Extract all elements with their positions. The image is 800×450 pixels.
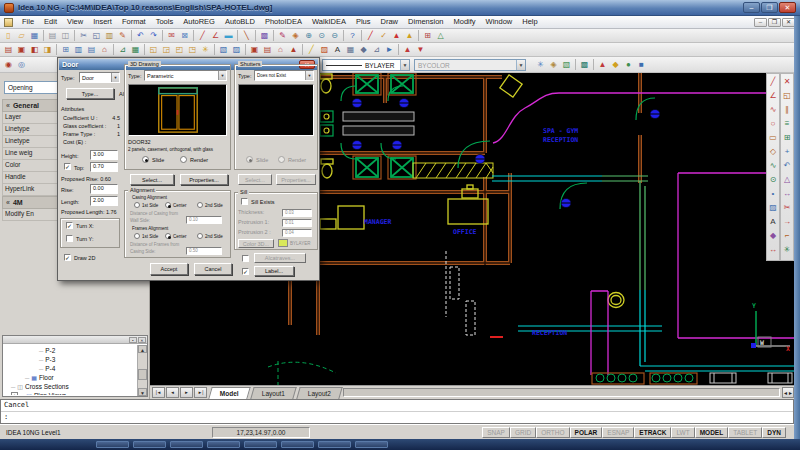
shutters-type-combo[interactable]: Does not Exist▼	[254, 70, 314, 81]
taskbar-button[interactable]	[170, 441, 203, 448]
menu-view[interactable]: View	[62, 16, 88, 28]
sun-study-button[interactable]: ✳	[199, 44, 212, 56]
idea-tool-1-button[interactable]: ▲	[596, 59, 609, 71]
sill-row-field[interactable]: 0.03	[282, 209, 312, 217]
tabs-scroll-end[interactable]: ◄►	[782, 387, 794, 398]
toggle-snap[interactable]: SNAP	[482, 427, 510, 438]
tab-layout1[interactable]: Layout1	[250, 387, 297, 399]
menu-draw[interactable]: Draw	[376, 16, 404, 28]
slab-tool-button[interactable]: ⊞	[59, 44, 72, 56]
menu-format[interactable]: Format	[117, 16, 151, 28]
door-type-combo[interactable]: Door▼	[79, 72, 120, 83]
chevron-down-icon[interactable]: ▼	[305, 71, 313, 80]
toggle-lwt[interactable]: LWT	[671, 427, 694, 438]
menu-walkidea[interactable]: WalkIDEA	[307, 16, 351, 28]
window-tool-button[interactable]: ◨	[41, 44, 54, 56]
tab-nav-0[interactable]: |◄	[152, 387, 165, 398]
chevron-down-icon[interactable]: ▼	[218, 71, 226, 80]
3d-type-combo[interactable]: Parametric▼	[144, 70, 227, 81]
paste-button[interactable]: ▥	[103, 30, 116, 42]
mdi-minimize-button[interactable]: –	[754, 18, 767, 27]
menu-plus[interactable]: Plus	[351, 16, 376, 28]
draw-text-button[interactable]: A	[767, 215, 779, 229]
chevron-down-icon[interactable]: ▼	[111, 73, 119, 82]
menu-edit[interactable]: Edit	[39, 16, 62, 28]
zoom-realtime-button[interactable]: ⊕	[302, 30, 315, 42]
toggle-ortho[interactable]: ORTHO	[536, 427, 569, 438]
scroll-up-icon[interactable]: ▲	[138, 345, 147, 353]
print-preview-button[interactable]: ◫	[59, 30, 72, 42]
tabs-scroll-track[interactable]	[343, 388, 780, 397]
tab-model[interactable]: Model	[208, 387, 250, 399]
turn-x-checkbox[interactable]: ✓	[66, 222, 73, 229]
expand-icon[interactable]: +	[11, 392, 18, 395]
draw-polygon-button[interactable]: ◇	[767, 145, 779, 159]
dash-style-button[interactable]: ▬	[222, 30, 235, 42]
extend-tool-button[interactable]: →	[781, 215, 793, 229]
column-tool-button[interactable]: ▥	[72, 44, 85, 56]
trim-tool-button[interactable]: ✂	[781, 201, 793, 215]
chevron-down-icon[interactable]: ▼	[516, 60, 525, 70]
menu-window[interactable]: Window	[481, 16, 518, 28]
menu-autobld[interactable]: AutoBLD	[220, 16, 260, 28]
type-button[interactable]: Type...	[66, 88, 114, 99]
sill-exists-checkbox[interactable]	[241, 198, 248, 205]
tree-item-floor[interactable]: ─▦Floor	[5, 373, 136, 382]
image-ref-button[interactable]: ▩	[578, 59, 591, 71]
taskbar-button[interactable]	[355, 441, 388, 448]
tree-item-p-4[interactable]: ─P-4	[5, 364, 136, 373]
offset-tool-button[interactable]: ≡	[781, 117, 793, 131]
view-3d-button[interactable]: ◱	[147, 44, 160, 56]
draw-spline-button[interactable]: ∿	[767, 159, 779, 173]
save-file-button[interactable]: ▦	[28, 30, 41, 42]
label-button[interactable]: Label...	[254, 266, 294, 276]
alert-yellow-button[interactable]: ▲	[403, 30, 416, 42]
frames-radio-2nd-side[interactable]	[197, 233, 203, 239]
height-field[interactable]: 3.00	[90, 150, 118, 160]
linetype-combo[interactable]: BYLAYER ▼	[322, 59, 410, 71]
command-line-panel[interactable]: Cancel :	[0, 399, 794, 424]
redline-button[interactable]: ╱	[364, 30, 377, 42]
line-tool-button[interactable]: ╱	[196, 30, 209, 42]
image-insert-button[interactable]: ▩	[258, 30, 271, 42]
layer-walk-button[interactable]: ◎	[15, 59, 28, 71]
tab-nav-3[interactable]: ►|	[194, 387, 207, 398]
zoom-window-button[interactable]: ⊙	[315, 30, 328, 42]
menu-dimension[interactable]: Dimension	[403, 16, 448, 28]
text-tool-button[interactable]: A	[331, 44, 344, 56]
redo-button[interactable]: ↷	[147, 30, 160, 42]
draw-point-button[interactable]: •	[767, 187, 779, 201]
scroll-down-icon[interactable]: ▼	[138, 388, 147, 396]
layer-lock-button[interactable]: ◈	[547, 59, 560, 71]
rotate-tool-button[interactable]: ↶	[781, 159, 793, 173]
markup-check-button[interactable]: ✓	[377, 30, 390, 42]
tab-nav-1[interactable]: ◄	[166, 387, 179, 398]
help-button[interactable]: ?	[346, 30, 359, 42]
menu-file[interactable]: File	[17, 16, 39, 28]
top-checkbox[interactable]: ✓	[64, 163, 71, 170]
properties-button[interactable]: Properties...	[180, 174, 228, 185]
tree-item-cross-sections[interactable]: ─◫Cross Sections	[5, 382, 136, 391]
toggle-dyn[interactable]: DYN	[762, 427, 786, 438]
draw-hatch-button[interactable]: ▨	[767, 201, 779, 215]
layer-tool-button[interactable]: ▣	[248, 44, 261, 56]
hide-tool-button[interactable]: ◲	[160, 44, 173, 56]
array-tool-button[interactable]: ⊞	[781, 131, 793, 145]
toggle-polar[interactable]: POLAR	[570, 427, 603, 438]
draw-arc-button[interactable]: ∿	[767, 103, 779, 117]
maximize-button[interactable]: ❐	[761, 2, 778, 13]
color-combo[interactable]: BYCOLOR ▼	[414, 59, 526, 71]
opening-tool-button[interactable]: ▣	[15, 44, 28, 56]
undo-button[interactable]: ↶	[134, 30, 147, 42]
rise-field[interactable]: 0.00	[90, 184, 118, 194]
draw-dimension-button[interactable]: ↔	[767, 243, 779, 257]
print-button[interactable]: ▤	[46, 30, 59, 42]
copy-button[interactable]: ◱	[90, 30, 103, 42]
top-field[interactable]: 0.70	[90, 162, 118, 172]
tree-close-icon[interactable]: ✕	[138, 337, 146, 343]
erase-tool-button[interactable]: ✕	[781, 75, 793, 89]
tree-pin-icon[interactable]: ▪	[129, 337, 137, 343]
level-manager-button[interactable]: ▦	[129, 44, 142, 56]
close-button[interactable]: ✕	[779, 2, 796, 13]
scale-tool-button[interactable]: △	[781, 173, 793, 187]
